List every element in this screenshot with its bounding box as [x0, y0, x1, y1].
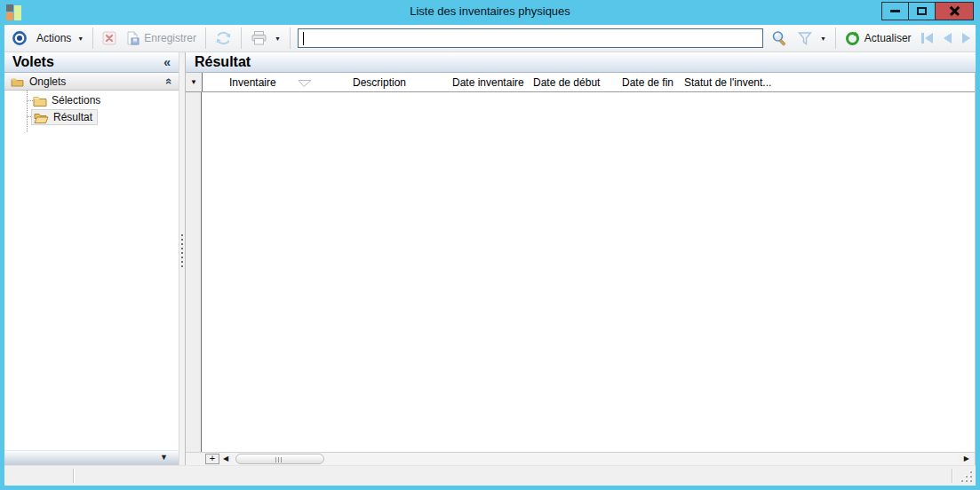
filter-icon [797, 30, 813, 46]
row-indicator-column [186, 73, 202, 452]
folder-icon [11, 76, 24, 87]
collapse-group-button[interactable]: « [163, 78, 176, 84]
status-divider [952, 469, 952, 483]
nav-previous-button[interactable] [938, 31, 957, 45]
nav-previous-icon [944, 33, 952, 43]
main-panel: Résultat ▼ Inventaire [186, 52, 976, 465]
chevron-down-icon: ▼ [77, 36, 84, 42]
toolbar-separator [241, 28, 242, 49]
actions-label: Actions [36, 32, 71, 44]
scroll-down-button[interactable]: ▼ [160, 453, 168, 462]
chevron-down-icon: ▼ [820, 36, 826, 42]
result-panel-header: Résultat [186, 52, 976, 73]
close-button[interactable] [935, 2, 974, 20]
resize-grip-icon[interactable] [960, 470, 972, 482]
splitter-grip-icon [181, 234, 183, 267]
scroll-left-button[interactable]: ◀ [223, 454, 228, 462]
chevron-down-icon: ▼ [190, 78, 197, 86]
refresh-label: Actualiser [864, 32, 912, 44]
nav-last-button[interactable] [976, 31, 980, 45]
result-panel-title: Résultat [195, 54, 251, 70]
refresh-button[interactable]: Actualiser [841, 29, 916, 48]
grid-header-row: ▼ Inventaire Description Date inventaire… [186, 73, 975, 92]
content-area: Volets « Onglets « [4, 52, 976, 465]
nav-first-icon [921, 33, 924, 43]
toolbar-separator [290, 28, 291, 49]
scrollbar-thumb[interactable] [235, 454, 324, 464]
minimize-button[interactable] [881, 2, 909, 20]
scroll-right-button[interactable]: ▶ [964, 454, 969, 462]
refresh-green-icon [845, 31, 860, 46]
close-icon [949, 5, 960, 17]
filter-button[interactable] [793, 28, 817, 48]
minimize-icon [890, 10, 900, 12]
grid-corner-dropdown[interactable]: ▼ [186, 73, 203, 91]
printer-icon [251, 31, 267, 45]
group-label: Onglets [29, 75, 66, 88]
text-caret [303, 32, 304, 45]
collapse-sidebar-button[interactable]: « [163, 55, 171, 69]
search-icon [770, 29, 788, 47]
toolbar-separator [835, 28, 836, 49]
status-divider [73, 469, 74, 483]
sort-indicator-icon [297, 78, 312, 91]
target-icon [12, 30, 28, 46]
search-button[interactable] [766, 28, 793, 49]
search-input[interactable] [299, 29, 762, 47]
tree-connector [27, 91, 28, 132]
save-label: Enregistrer [144, 32, 196, 44]
column-header-date-inventaire[interactable]: Date inventaire [445, 73, 526, 91]
actions-button[interactable]: Actions ▼ [32, 30, 88, 46]
app-window: Liste des inventaires physiques Actions … [0, 0, 980, 490]
result-grid: ▼ Inventaire Description Date inventaire… [186, 73, 976, 465]
scrollbar-track[interactable] [234, 454, 959, 464]
sidebar: Volets « Onglets « [4, 52, 179, 465]
save-icon [125, 31, 139, 45]
tree-item-label: Sélections [52, 94, 100, 107]
nav-next-button[interactable] [957, 31, 976, 45]
print-dropdown-button[interactable]: ▼ [272, 34, 285, 43]
toolbar-separator [205, 28, 206, 49]
maximize-icon [917, 7, 927, 15]
sidebar-title: Volets [12, 54, 54, 70]
column-header-date-fin[interactable]: Date de fin [615, 73, 677, 91]
nav-next-icon [962, 33, 970, 43]
folder-closed-icon [33, 95, 47, 107]
tree-item-selections[interactable]: Sélections [31, 93, 105, 107]
column-header-inventaire[interactable]: Inventaire [203, 73, 346, 91]
toolbar: Actions ▼ Enregistrer [4, 25, 976, 52]
maximize-button[interactable] [908, 2, 936, 20]
status-bar [4, 465, 976, 486]
chevron-down-icon: ▼ [275, 36, 281, 42]
grid-body-empty [203, 92, 975, 452]
refresh-arrows-icon [215, 30, 232, 46]
column-header-statut[interactable]: Statut de l'invent... [677, 73, 975, 91]
panel-splitter[interactable] [179, 52, 186, 465]
column-header-description[interactable]: Description [346, 73, 445, 91]
tab-tree: Sélections Résultat [4, 91, 179, 197]
add-row-button[interactable]: + [205, 454, 219, 464]
sidebar-footer: ▼ [4, 450, 179, 465]
scrollbar-grip-icon [275, 457, 282, 462]
save-button[interactable]: Enregistrer [121, 29, 201, 47]
title-bar: Liste des inventaires physiques [0, 0, 980, 25]
delete-icon [102, 31, 116, 45]
search-box [298, 28, 763, 48]
column-header-date-debut[interactable]: Date de début [526, 73, 615, 91]
actions-menu-icon [4, 28, 32, 48]
sidebar-group-onglets[interactable]: Onglets « [4, 73, 179, 91]
folder-open-icon [34, 112, 49, 123]
print-button[interactable] [246, 29, 272, 47]
horizontal-scrollbar: + ◀ ▶ [186, 452, 975, 465]
nav-first-button[interactable] [916, 31, 938, 45]
delete-button[interactable] [98, 29, 121, 47]
toolbar-separator [92, 28, 93, 49]
refresh-data-button[interactable] [211, 28, 236, 48]
window-title: Liste des inventaires physiques [0, 4, 980, 18]
sidebar-header: Volets « [4, 52, 179, 73]
tree-item-resultat[interactable]: Résultat [31, 109, 98, 125]
filter-dropdown-button[interactable]: ▼ [817, 34, 831, 43]
tree-item-label: Résultat [53, 111, 92, 123]
